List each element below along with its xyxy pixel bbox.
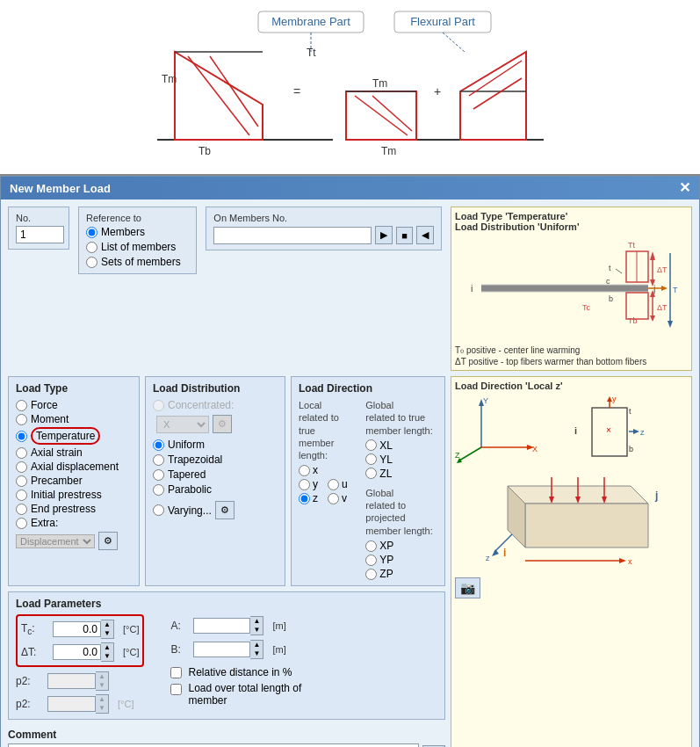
svg-text:i: i [503,547,506,559]
dist-parabolic: Parabolic [153,483,278,496]
p2-label2: p2: [16,698,42,710]
radio-extra[interactable] [16,518,27,529]
dt-unit: [°C] [123,647,139,657]
radio-local-y-row[interactable]: y u [299,478,357,490]
radio-ZP-row[interactable]: ZP [365,568,437,580]
radio-list-members[interactable]: List of members [86,241,189,253]
extra-btn[interactable]: ⚙ [98,532,118,550]
svg-text:y: y [612,395,617,403]
load-type-moment: Moment [16,413,132,425]
radio-local-z-row[interactable]: z v [299,492,357,504]
radio-temperature[interactable] [16,431,27,442]
members-pick-btn[interactable]: ▶ [375,226,393,244]
p2-row1: p2: ▲ ▼ [16,671,144,691]
dt-spin-up[interactable]: ▲ [101,643,113,652]
members-select-btn[interactable]: ■ [396,227,413,244]
tc-input[interactable] [53,621,101,637]
relative-distance-checkbox[interactable] [170,667,182,678]
radio-init-prestress[interactable] [16,490,27,501]
varying-btn[interactable]: ⚙ [215,501,235,519]
camera-btn[interactable]: 📷 [455,577,480,598]
radio-moment[interactable] [16,414,27,425]
load-type-title: Load Type [16,382,132,395]
radio-local-u[interactable] [328,479,339,490]
load-type-axial-strain: Axial strain [16,446,132,459]
radio-local-z[interactable] [299,493,310,504]
dt-spin-btns: ▲ ▼ [101,642,114,662]
a-spin-up[interactable]: ▲ [250,617,263,626]
radio-YP[interactable] [365,555,377,566]
svg-marker-34 [661,286,668,291]
radio-sets-members[interactable]: Sets of members [86,256,189,268]
radio-local-x[interactable] [299,465,310,476]
radio-varying[interactable] [153,504,164,516]
dt-spin-down[interactable]: ▼ [101,652,113,661]
radio-force[interactable] [16,400,27,411]
radio-local-v[interactable] [328,493,339,504]
radio-members[interactable]: Members [86,226,189,238]
svg-text:x: x [628,557,632,566]
right-panel-title2: Load Distribution 'Uniform' [455,221,688,232]
dialog-close-button[interactable]: ✕ [679,181,690,195]
radio-precamber[interactable] [16,475,27,487]
a-input[interactable] [193,618,250,634]
tc-spin-up[interactable]: ▲ [101,620,113,629]
a-unit: [m] [272,620,285,631]
radio-YL-row[interactable]: YL [365,453,437,466]
svg-marker-72 [633,429,639,434]
radio-parabolic[interactable] [153,484,164,496]
comment-dropdown[interactable] [8,743,419,747]
dir-local-title: Load Direction 'Local z' [455,381,688,391]
radio-axial-disp[interactable] [16,461,27,473]
dt-input[interactable] [53,644,101,660]
svg-line-27 [473,78,522,109]
svg-text:Y: Y [483,396,488,405]
radio-local-x-row[interactable]: x [299,464,357,476]
p2-row2: p2: ▲ ▼ [°C] [16,694,144,714]
extra-row: Displacement ⚙ [16,532,132,550]
svg-text:Tb: Tb [198,145,211,157]
radio-axial-strain[interactable] [16,447,27,459]
local-coord-diagram: Y X Z [455,395,560,465]
tc-spin-down[interactable]: ▼ [101,629,113,638]
b-spin-up[interactable]: ▲ [250,641,263,649]
radio-local-y[interactable] [299,479,310,490]
members-input[interactable] [213,227,372,244]
svg-text:Flexural Part: Flexural Part [410,15,475,28]
svg-line-43 [616,269,622,273]
radio-XL[interactable] [365,439,377,451]
radio-tapered[interactable] [153,469,164,481]
cross-section-diagram: t i y z b × [566,395,662,465]
radio-ZL[interactable] [365,468,377,479]
radio-trapezoidal[interactable] [153,454,164,466]
svg-text:X: X [532,445,538,453]
b-spin-down[interactable]: ▼ [250,649,263,658]
members-clear-btn[interactable]: ◀ [416,226,434,244]
b-input[interactable] [193,642,250,657]
radio-XL-row[interactable]: XL [365,439,437,452]
load-params-title: Load Parameters [16,598,437,610]
members-row: ▶ ■ ◀ [213,226,434,244]
radio-YL[interactable] [365,453,377,465]
svg-line-5 [443,33,465,52]
p2-input2 [47,696,96,712]
radio-uniform[interactable] [153,439,164,451]
global-true-label: Globalrelated to truemember length: [365,399,437,437]
extra-dropdown[interactable]: Displacement [16,534,95,548]
load-params-panel: Load Parameters Tc: [8,591,445,720]
svg-text:c: c [606,277,610,286]
radio-end-prestress[interactable] [16,504,27,515]
radio-ZP[interactable] [365,569,377,580]
no-input[interactable]: 1 [16,226,64,243]
radio-XP-row[interactable]: XP [365,540,437,552]
radio-YP-row[interactable]: YP [365,554,437,566]
svg-marker-52 [650,315,655,322]
load-type-axial-disp: Axial displacement [16,461,132,473]
radio-ZL-row[interactable]: ZL [365,468,437,480]
a-row: A: ▲ ▼ [m] [170,616,301,635]
load-over-total-checkbox[interactable] [170,684,182,695]
load-dir-content: Localrelated to truemember length: x y [299,399,437,580]
a-spin-down[interactable]: ▼ [250,626,263,635]
radio-XP[interactable] [365,540,377,552]
right-panel-title1: Load Type 'Temperature' [455,211,688,221]
